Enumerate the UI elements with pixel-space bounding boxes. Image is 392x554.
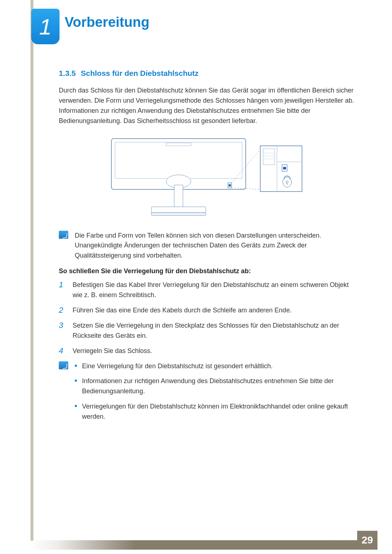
step-number: 2 xyxy=(59,305,65,315)
page: 1 Vorbereitung 1.3.5Schloss für den Dieb… xyxy=(0,0,392,554)
svg-rect-6 xyxy=(151,213,206,216)
howto-heading: So schließen Sie die Verriegelung für de… xyxy=(59,267,356,275)
bullet-text: Verriegelungen für den Diebstahlschutz k… xyxy=(82,402,356,422)
step-text: Setzen Sie die Verriegelung in den Steck… xyxy=(73,321,356,341)
chapter-title: Vorbereitung xyxy=(65,15,150,30)
monitor-lock-figure xyxy=(108,135,307,220)
page-number: 29 xyxy=(357,531,377,550)
note-2-bullets: Eine Verriegelung für den Diebstahlschut… xyxy=(75,361,356,427)
chapter-number: 1 xyxy=(39,14,52,40)
steps-list: 1Befestigen Sie das Kabel Ihrer Verriege… xyxy=(59,280,356,356)
step-item: 1Befestigen Sie das Kabel Ihrer Verriege… xyxy=(59,280,356,300)
svg-rect-4 xyxy=(174,185,183,208)
bullet-item: Verriegelungen für den Diebstahlschutz k… xyxy=(75,402,356,422)
content: 1.3.5Schloss für den Diebstahlschutz Dur… xyxy=(59,69,356,434)
step-number: 3 xyxy=(59,321,65,330)
note-2: Eine Verriegelung für den Diebstahlschut… xyxy=(59,361,356,427)
step-item: 2Führen Sie das eine Ende des Kabels dur… xyxy=(59,305,356,316)
bullet-dot-icon xyxy=(75,405,77,407)
step-item: 4Verriegeln Sie das Schloss. xyxy=(59,346,356,356)
note-1-text: Die Farbe und Form von Teilen können sic… xyxy=(75,231,356,261)
bullet-item: Eine Verriegelung für den Diebstahlschut… xyxy=(75,361,356,372)
section-heading: 1.3.5Schloss für den Diebstahlschutz xyxy=(59,69,356,78)
footer-text: 1 Vorbereitung xyxy=(312,541,352,548)
step-number: 4 xyxy=(59,346,65,356)
intro-paragraph: Durch das Schloss für den Diebstahlschut… xyxy=(59,86,356,126)
bullet-text: Eine Verriegelung für den Diebstahlschut… xyxy=(82,361,273,372)
svg-rect-8 xyxy=(229,184,231,186)
svg-rect-9 xyxy=(260,146,302,192)
note-icon xyxy=(59,361,68,369)
section-title: Schloss für den Diebstahlschutz xyxy=(81,69,199,77)
footer: 1 Vorbereitung 29 xyxy=(30,531,377,550)
step-text: Befestigen Sie das Kabel Ihrer Verriegel… xyxy=(73,280,356,300)
note-icon xyxy=(59,231,68,239)
step-text: Verriegeln Sie das Schloss. xyxy=(73,346,152,356)
bullet-dot-icon xyxy=(75,365,77,367)
side-stripe xyxy=(30,0,33,541)
step-text: Führen Sie das eine Ende des Kabels durc… xyxy=(73,305,291,316)
step-item: 3Setzen Sie die Verriegelung in den Stec… xyxy=(59,321,356,341)
bullet-dot-icon xyxy=(75,379,77,382)
bullet-text: Informationen zur richtigen Anwendung de… xyxy=(82,376,356,397)
step-number: 1 xyxy=(59,280,65,290)
note-1: Die Farbe und Form von Teilen können sic… xyxy=(59,231,356,261)
section-number: 1.3.5 xyxy=(59,69,76,77)
svg-rect-17 xyxy=(283,167,286,169)
chapter-tab: 1 xyxy=(31,9,60,44)
svg-rect-5 xyxy=(151,207,206,213)
bullet-item: Informationen zur richtigen Anwendung de… xyxy=(75,376,356,397)
